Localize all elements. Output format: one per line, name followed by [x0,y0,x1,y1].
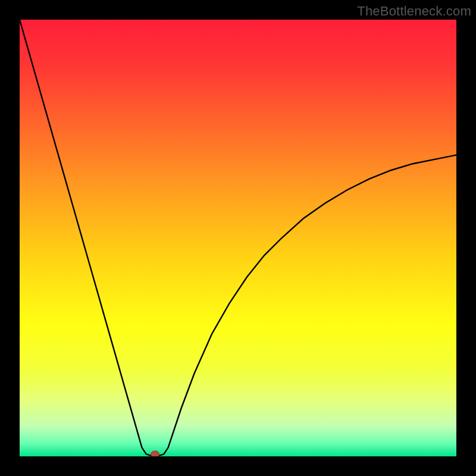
watermark-text: TheBottleneck.com [357,4,471,19]
chart-plot-area [20,20,456,456]
gradient-background [20,20,456,456]
optimal-point-marker [151,451,159,456]
outer-frame: TheBottleneck.com [0,0,476,476]
chart-svg [20,20,456,456]
